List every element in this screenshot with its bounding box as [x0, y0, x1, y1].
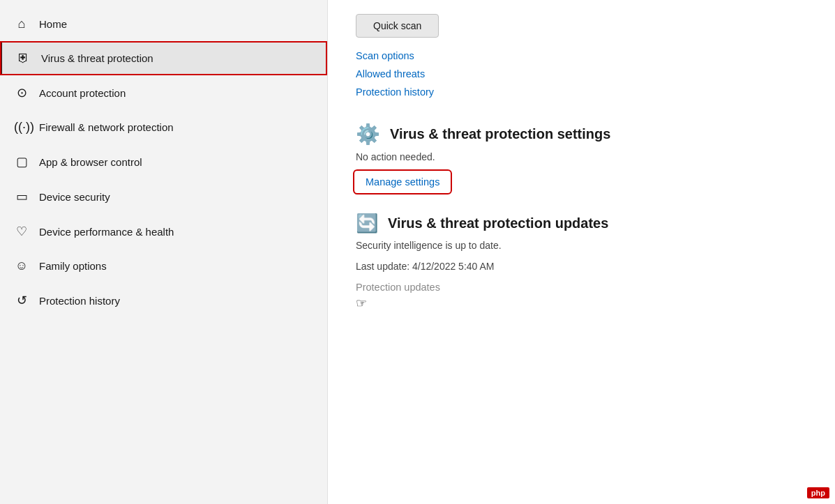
sidebar-label-account: Account protection: [39, 87, 126, 99]
updates-section-header: 🔄 Virus & threat protection updates: [356, 213, 807, 234]
sidebar-label-family: Family options: [39, 260, 107, 272]
sidebar-label-home: Home: [39, 18, 67, 30]
sidebar-label-virus-threat: Virus & threat protection: [41, 52, 153, 64]
sidebar-label-protection-history: Protection history: [39, 295, 120, 307]
settings-section-header: ⚙️ Virus & threat protection settings: [356, 123, 807, 146]
links-section: Scan options Allowed threats Protection …: [356, 50, 807, 98]
protection-history-link[interactable]: Protection history: [356, 86, 807, 98]
family-icon: ☺: [14, 259, 29, 273]
scan-options-link[interactable]: Scan options: [356, 50, 807, 61]
sidebar-item-family[interactable]: ☺Family options: [0, 249, 327, 283]
app-container: ⌂Home⛨Virus & threat protection⊙Account …: [0, 0, 835, 504]
sidebar-item-home[interactable]: ⌂Home: [0, 7, 327, 41]
sidebar-item-virus-threat[interactable]: ⛨Virus & threat protection: [0, 41, 327, 75]
settings-section-title: Virus & threat protection settings: [390, 126, 610, 142]
sidebar-label-app-browser: App & browser control: [39, 156, 142, 168]
main-content: Quick scan Scan options Allowed threats …: [328, 0, 835, 504]
sidebar-item-protection-history[interactable]: ↺Protection history: [0, 283, 327, 318]
updates-line2: Last update: 4/12/2022 5:40 AM: [356, 261, 807, 272]
sidebar-label-device-performance: Device performance & health: [39, 226, 174, 238]
settings-gear-icon: ⚙️: [356, 123, 380, 146]
updates-line1: Security intelligence is up to date.: [356, 240, 807, 251]
app-browser-icon: ▢: [14, 154, 29, 169]
sidebar: ⌂Home⛨Virus & threat protection⊙Account …: [0, 0, 328, 504]
quick-scan-button[interactable]: Quick scan: [356, 14, 439, 38]
protection-updates-wrapper: Protection updates ☞: [356, 282, 807, 311]
sidebar-item-firewall[interactable]: ((·))Firewall & network protection: [0, 110, 327, 144]
updates-section: 🔄 Virus & threat protection updates Secu…: [356, 213, 807, 311]
sidebar-item-device-security[interactable]: ▭Device security: [0, 179, 327, 214]
device-security-icon: ▭: [14, 189, 29, 204]
device-performance-icon: ♡: [14, 224, 29, 239]
manage-settings-link[interactable]: Manage settings: [356, 172, 449, 192]
php-badge: php: [807, 487, 829, 498]
manage-settings-wrapper: Manage settings: [356, 172, 449, 192]
sidebar-label-device-security: Device security: [39, 191, 110, 203]
virus-threat-icon: ⛨: [16, 51, 31, 66]
sidebar-item-account[interactable]: ⊙Account protection: [0, 75, 327, 110]
update-icon: 🔄: [356, 213, 378, 234]
updates-section-title: Virus & threat protection updates: [388, 215, 608, 231]
protection-history-icon: ↺: [14, 293, 29, 308]
account-icon: ⊙: [14, 85, 29, 100]
sidebar-item-device-performance[interactable]: ♡Device performance & health: [0, 214, 327, 249]
sidebar-label-firewall: Firewall & network protection: [39, 121, 174, 133]
allowed-threats-link[interactable]: Allowed threats: [356, 68, 807, 79]
firewall-icon: ((·)): [14, 120, 29, 135]
settings-section: ⚙️ Virus & threat protection settings No…: [356, 117, 807, 192]
cursor-icon: ☞: [356, 296, 367, 311]
sidebar-item-app-browser[interactable]: ▢App & browser control: [0, 144, 327, 179]
settings-subtitle: No action needed.: [356, 151, 807, 162]
protection-updates-link[interactable]: Protection updates: [356, 282, 807, 293]
home-icon: ⌂: [14, 17, 29, 31]
